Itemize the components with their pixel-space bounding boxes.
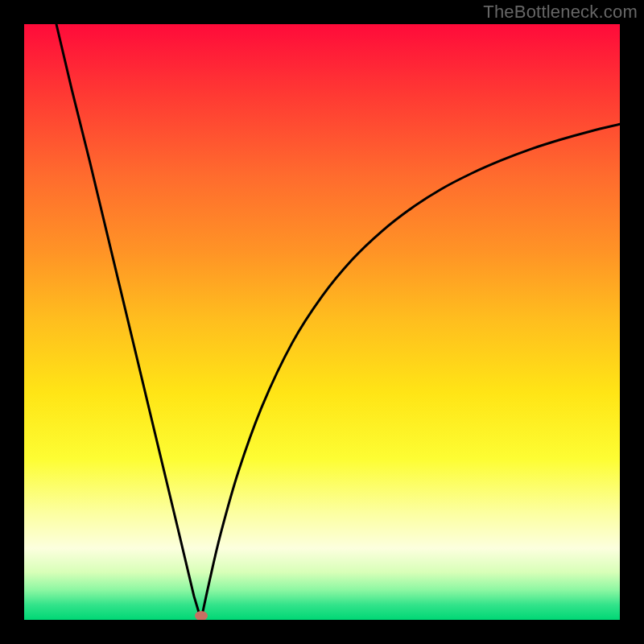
watermark-text: TheBottleneck.com bbox=[483, 2, 638, 23]
optimum-marker bbox=[195, 611, 208, 620]
bottleneck-curve bbox=[24, 24, 620, 620]
plot-area bbox=[24, 24, 620, 620]
